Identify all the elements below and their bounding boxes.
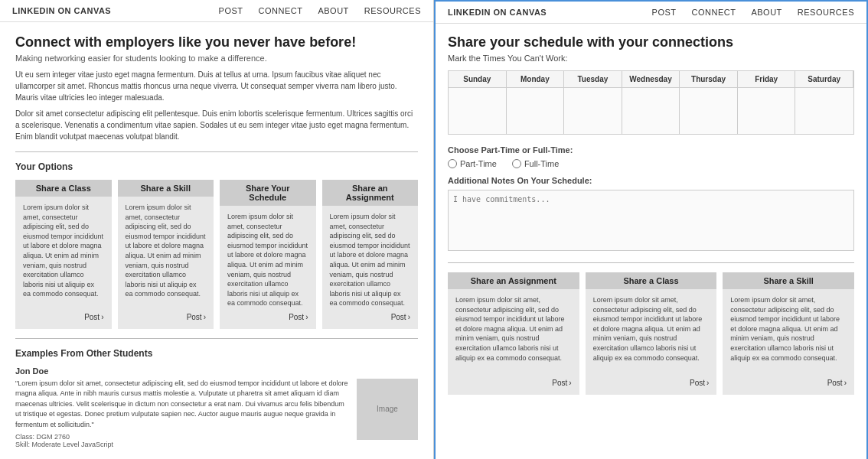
options-grid: Share a Class Lorem ipsum dolor sit amet… xyxy=(15,180,418,329)
bottom-post-label-0: Post xyxy=(552,379,567,387)
bottom-card-1: Share a Class Lorem ipsum dolor sit amet… xyxy=(586,272,717,395)
bottom-card-body-2: Lorem ipsum dolor sit amet, consectetur … xyxy=(730,295,847,374)
cal-header-sunday: Sunday xyxy=(449,71,507,88)
time-options: Choose Part-Time or Full-Time: Part-Time… xyxy=(448,145,854,168)
left-nav: LINKEDIN ON CANVAS POST CONNECT ABOUT RE… xyxy=(0,0,433,22)
right-nav-about[interactable]: ABOUT xyxy=(751,8,782,17)
divider-1 xyxy=(15,151,418,152)
examples-title: Examples From Other Students xyxy=(15,348,418,359)
right-nav-links: POST CONNECT ABOUT RESOURCES xyxy=(652,8,854,17)
option-card-body-0: Lorem ipsum dolor sit amet, consectetur … xyxy=(23,203,104,308)
example-author-0: Jon Doe xyxy=(15,366,418,376)
full-time-radio[interactable] xyxy=(512,159,521,168)
part-time-radio[interactable] xyxy=(448,159,457,168)
example-class-0: Class: DGM 2760 xyxy=(15,433,349,441)
cal-header-saturday: Saturday xyxy=(795,71,853,88)
post-label-2: Post xyxy=(289,313,304,321)
divider-right xyxy=(448,262,854,263)
radio-group: Part-Time Full-Time xyxy=(448,159,854,168)
full-time-option[interactable]: Full-Time xyxy=(512,159,559,168)
post-label-1: Post xyxy=(187,313,202,321)
notes-label: Additional Notes On Your Schedule: xyxy=(448,176,854,185)
bottom-card-2: Share a Skill Lorem ipsum dolor sit amet… xyxy=(723,272,854,395)
left-content: Connect with employers like you never ha… xyxy=(0,22,433,459)
chevron-right-icon-bottom-2: › xyxy=(844,379,847,387)
option-post-link-3[interactable]: Post › xyxy=(330,313,411,321)
cal-header-friday: Friday xyxy=(738,71,796,88)
cal-cell-6[interactable] xyxy=(795,88,853,134)
bottom-card-title-1: Share a Class xyxy=(586,272,717,289)
bottom-post-link-1[interactable]: Post › xyxy=(593,379,710,387)
bottom-card-body-1: Lorem ipsum dolor sit amet, consectetur … xyxy=(593,295,710,374)
option-card-body-3: Lorem ipsum dolor sit amet, consectetur … xyxy=(330,212,411,308)
notes-textarea[interactable] xyxy=(448,190,854,251)
part-time-label: Part-Time xyxy=(460,159,497,168)
post-label-3: Post xyxy=(391,313,406,321)
option-card-title-3: Share an Assignment xyxy=(322,180,419,206)
cal-cell-2[interactable] xyxy=(564,88,622,134)
examples-section: Examples From Other Students Jon Doe "Lo… xyxy=(15,348,418,459)
left-nav-about[interactable]: ABOUT xyxy=(318,6,348,15)
option-post-link-0[interactable]: Post › xyxy=(23,313,104,321)
cal-cell-3[interactable] xyxy=(622,88,680,134)
chevron-right-icon-1: › xyxy=(204,313,206,321)
calendar-grid: SundayMondayTuesdayWednesdayThursdayFrid… xyxy=(448,70,854,135)
time-label: Choose Part-Time or Full-Time: xyxy=(448,145,854,155)
cal-cell-5[interactable] xyxy=(738,88,796,134)
option-card-body-1: Lorem ipsum dolor sit amet, consectetur … xyxy=(126,203,207,308)
bottom-cards: Share an Assignment Lorem ipsum dolor si… xyxy=(448,272,854,395)
schedule-subtitle: Mark the Times You Can't Work: xyxy=(448,54,854,63)
chevron-right-icon-bottom-0: › xyxy=(569,379,571,387)
chevron-right-icon-2: › xyxy=(305,313,308,321)
chevron-right-icon-bottom-1: › xyxy=(706,379,709,387)
left-panel: LINKEDIN ON CANVAS POST CONNECT ABOUT RE… xyxy=(0,0,434,459)
left-nav-resources[interactable]: RESOURCES xyxy=(364,6,421,15)
bottom-post-link-0[interactable]: Post › xyxy=(455,379,572,387)
full-time-label: Full-Time xyxy=(524,159,559,168)
right-nav-resources[interactable]: RESOURCES xyxy=(798,8,854,17)
bottom-card-title-2: Share a Skill xyxy=(723,272,854,289)
part-time-option[interactable]: Part-Time xyxy=(448,159,497,168)
left-nav-connect[interactable]: CONNECT xyxy=(259,6,303,15)
cal-header-wednesday: Wednesday xyxy=(622,71,680,88)
divider-2 xyxy=(15,338,418,339)
bottom-card-title-0: Share an Assignment xyxy=(448,272,579,289)
bottom-post-label-2: Post xyxy=(827,379,843,387)
bottom-card-body-0: Lorem ipsum dolor sit amet, consectetur … xyxy=(455,295,572,374)
option-card-2: Share Your Schedule Lorem ipsum dolor si… xyxy=(220,180,316,329)
option-post-link-1[interactable]: Post › xyxy=(126,313,207,321)
right-brand: LINKEDIN ON CANVAS xyxy=(448,8,547,17)
right-panel: LINKEDIN ON CANVAS POST CONNECT ABOUT RE… xyxy=(434,0,868,459)
left-nav-post[interactable]: POST xyxy=(219,6,243,15)
post-label-0: Post xyxy=(84,313,100,321)
hero-body1: Ut eu sem integer vitae justo eget magna… xyxy=(15,69,418,103)
bottom-post-link-2[interactable]: Post › xyxy=(730,379,847,387)
chevron-right-icon-0: › xyxy=(101,313,103,321)
option-post-link-2[interactable]: Post › xyxy=(227,313,308,321)
page-title: Connect with employers like you never ha… xyxy=(15,34,418,50)
example-skill-0: Skill: Moderate Level JavaScript xyxy=(15,441,349,448)
example-image-0: Image xyxy=(357,379,418,440)
option-card-title-1: Share a Skill xyxy=(118,180,214,197)
example-quote-0: "Lorem ipsum dolor sit amet, consectetur… xyxy=(15,379,349,431)
example-layout-0: "Lorem ipsum dolor sit amet, consectetur… xyxy=(15,379,418,449)
schedule-title: Share your schedule with your connection… xyxy=(448,34,854,50)
cal-cell-0[interactable] xyxy=(449,88,507,134)
left-nav-links: POST CONNECT ABOUT RESOURCES xyxy=(219,6,421,15)
bottom-post-label-1: Post xyxy=(690,379,705,387)
cal-header-monday: Monday xyxy=(507,71,565,88)
cal-cell-1[interactable] xyxy=(507,88,565,134)
schedule-section: Share your schedule with your connection… xyxy=(436,24,866,405)
right-nav-post[interactable]: POST xyxy=(652,8,677,17)
example-text-0: "Lorem ipsum dolor sit amet, consectetur… xyxy=(15,379,349,449)
cal-cell-4[interactable] xyxy=(680,88,738,134)
right-nav: LINKEDIN ON CANVAS POST CONNECT ABOUT RE… xyxy=(436,2,866,24)
bottom-card-0: Share an Assignment Lorem ipsum dolor si… xyxy=(448,272,579,395)
left-brand: LINKEDIN ON CANVAS xyxy=(12,6,111,15)
option-card-3: Share an Assignment Lorem ipsum dolor si… xyxy=(322,180,419,329)
cal-header-tuesday: Tuesday xyxy=(564,71,622,88)
option-card-0: Share a Class Lorem ipsum dolor sit amet… xyxy=(15,180,112,329)
hero-subtitle: Making networking easier for students lo… xyxy=(15,54,418,63)
right-nav-connect[interactable]: CONNECT xyxy=(692,8,736,17)
option-card-1: Share a Skill Lorem ipsum dolor sit amet… xyxy=(118,180,214,329)
